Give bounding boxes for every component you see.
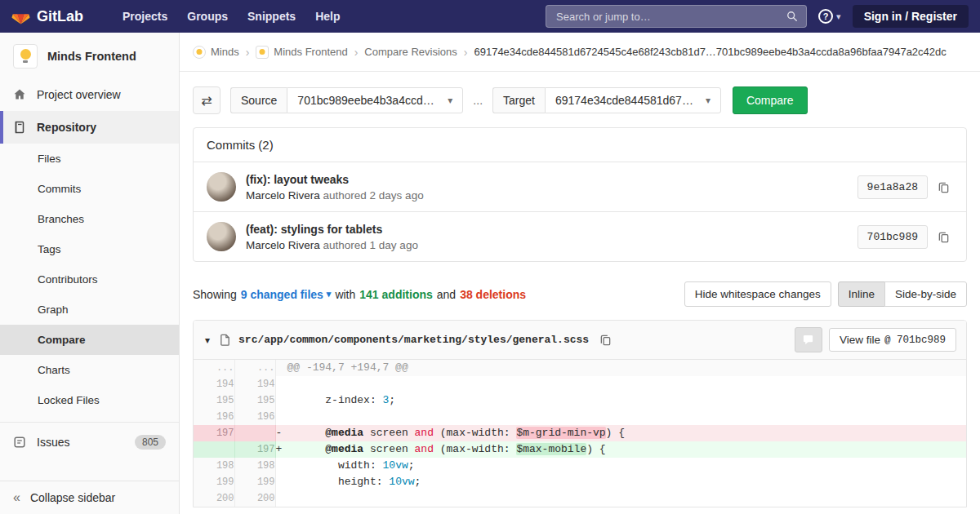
copy-file-path-button[interactable] [596, 330, 615, 349]
sign-in-register-button[interactable]: Sign in / Register [853, 5, 969, 28]
diff-line-content: z-index: 3; [275, 392, 966, 409]
collapse-diff-caret[interactable]: ▾ [203, 333, 212, 348]
source-ref-value: 701bc989eebe4b3a4ccd… [297, 94, 434, 107]
inline-view-button[interactable]: Inline [838, 281, 885, 307]
commit-sha-button[interactable]: 701bc989 [858, 225, 928, 249]
toggle-comments-button[interactable] [795, 327, 822, 352]
diff-line-content: @@ -194,7 +194,7 @@ [275, 360, 966, 376]
nav-snippets[interactable]: Snippets [238, 0, 305, 33]
and-label: and [437, 288, 456, 301]
swap-revisions-button[interactable]: ⇄ [193, 86, 220, 114]
breadcrumb-compare-revisions[interactable]: Compare Revisions [364, 46, 457, 58]
copy-commit-sha-button[interactable] [934, 178, 953, 197]
sidebar-subitem-charts[interactable]: Charts [0, 355, 179, 385]
sidebar-item-repository[interactable]: Repository [0, 111, 179, 144]
diff-line-sign [276, 474, 287, 490]
sidebar-subitem-commits[interactable]: Commits [0, 174, 179, 204]
diff-new-line-number[interactable]: 199 [234, 474, 275, 490]
chevron-down-icon: ▾ [448, 95, 452, 106]
diff-new-line-number[interactable]: 200 [234, 490, 275, 507]
sidebar-subitem-contributors[interactable]: Contributors [0, 264, 179, 295]
diff-file-header: ▾ src/app/common/components/marketing/st… [194, 321, 966, 360]
sidebar-subitem-graph[interactable]: Graph [0, 295, 179, 325]
view-file-label: View file [840, 334, 880, 346]
diff-line-sign [276, 490, 287, 507]
main-content: Minds › Minds Frontend › Compare Revisio… [180, 33, 980, 514]
breadcrumb-project[interactable]: Minds Frontend [256, 46, 347, 59]
diff-file-panel: ▾ src/app/common/components/marketing/st… [193, 320, 967, 507]
sidebar-subitem-files[interactable]: Files [0, 144, 179, 174]
breadcrumb-group[interactable]: Minds [193, 46, 239, 59]
collapse-label: Collapse sidebar [30, 491, 115, 504]
diff-old-line-number[interactable]: 197 [194, 425, 234, 441]
project-avatar [13, 44, 38, 69]
diff-old-line-number[interactable]: 199 [194, 474, 234, 490]
copy-icon [938, 181, 950, 193]
diff-new-line-number[interactable]: 196 [234, 409, 275, 425]
collapse-sidebar-button[interactable]: « Collapse sidebar [0, 481, 179, 514]
sidebar-item-project-overview[interactable]: Project overview [0, 78, 179, 111]
sidebar-item-label: Project overview [37, 88, 121, 101]
sidebar-item-label: Issues [37, 436, 69, 449]
target-ref-dropdown[interactable]: 69174e34cde844581d67… ▾ [545, 87, 721, 113]
commit-author[interactable]: Marcelo Rivera [246, 189, 320, 202]
sidebar-subitem-compare[interactable]: Compare [0, 325, 179, 355]
diff-new-line-number[interactable]: 198 [234, 458, 275, 474]
diff-stats-row: Showing 9 changed files ▾ with 141 addit… [193, 281, 967, 307]
global-search [546, 5, 807, 28]
diff-line-ctx: 195195 z-index: 3; [194, 392, 966, 409]
diff-old-line-number[interactable]: 195 [194, 392, 234, 409]
source-ref-dropdown[interactable]: 701bc989eebe4b3a4ccd… ▾ [287, 87, 463, 113]
compare-button[interactable]: Compare [733, 86, 808, 114]
diff-old-line-number[interactable]: 200 [194, 490, 234, 507]
diff-file-path[interactable]: src/app/common/components/marketing/styl… [238, 334, 589, 346]
commit-author-avatar[interactable] [207, 172, 236, 202]
diff-line-sign [276, 392, 287, 409]
sidebar-project-header[interactable]: Minds Frontend [0, 33, 179, 78]
code-token [287, 427, 326, 439]
sidebar-subitem-locked-files[interactable]: Locked Files [0, 385, 179, 415]
side-by-side-view-button[interactable]: Side-by-side [884, 281, 967, 307]
nav-projects[interactable]: Projects [113, 0, 177, 33]
diff-old-line-number[interactable]: 194 [194, 376, 234, 392]
copy-commit-sha-button[interactable] [934, 228, 953, 246]
commit-author[interactable]: Marcelo Rivera [246, 239, 320, 251]
commit-title[interactable]: (feat): stylings for tablets [246, 223, 418, 236]
sidebar-item-issues[interactable]: Issues 805 [0, 426, 179, 459]
search-icon [786, 11, 798, 22]
nav-groups[interactable]: Groups [177, 0, 238, 33]
target-label: Target [492, 87, 545, 113]
diff-old-line-number[interactable]: 196 [194, 409, 234, 425]
chevron-down-icon: ▾ [706, 95, 710, 106]
search-input[interactable] [555, 10, 786, 24]
group-avatar [193, 46, 206, 59]
diff-old-line-number[interactable]: 198 [194, 458, 234, 474]
nav-help[interactable]: Help [305, 0, 350, 33]
help-dropdown[interactable]: ? ▾ [818, 9, 841, 24]
hide-whitespace-button[interactable]: Hide whitespace changes [684, 281, 831, 307]
diff-line-ctx: 194194 [194, 376, 966, 392]
compare-form: ⇄ Source 701bc989eebe4b3a4ccd… ▾ ... Tar… [193, 86, 967, 114]
diff-new-line-number[interactable]: 197 [234, 441, 275, 458]
repository-icon [13, 121, 26, 134]
diff-new-line-number[interactable]: 195 [234, 392, 275, 409]
commit-author-avatar[interactable] [207, 222, 236, 251]
diff-table-body: ...... @@ -194,7 +194,7 @@194194 195195 … [194, 360, 966, 507]
gitlab-logo[interactable]: GitLab [11, 7, 83, 25]
diff-new-line-number[interactable] [234, 425, 275, 441]
diff-line-content [275, 409, 966, 425]
code-token: z-index: [287, 394, 383, 406]
showing-label: Showing [193, 288, 237, 301]
commit-title[interactable]: (fix): layout tweaks [246, 173, 424, 186]
sidebar-subitem-branches[interactable]: Branches [0, 204, 179, 234]
code-token: width: [287, 459, 383, 472]
view-file-button[interactable]: View file @ 701bc989 [829, 328, 956, 352]
diff-new-line-number[interactable]: 194 [234, 376, 275, 392]
commit-sha-button[interactable]: 9e1a8a28 [858, 175, 928, 199]
code-token: @@ -194,7 +194,7 @@ [287, 361, 408, 374]
diff-old-line-number[interactable] [194, 441, 234, 458]
sidebar-subitem-tags[interactable]: Tags [0, 234, 179, 264]
tanuki-icon [11, 7, 30, 25]
changed-files-dropdown[interactable]: 9 changed files ▾ [241, 288, 332, 301]
sidebar-divider [0, 422, 179, 423]
